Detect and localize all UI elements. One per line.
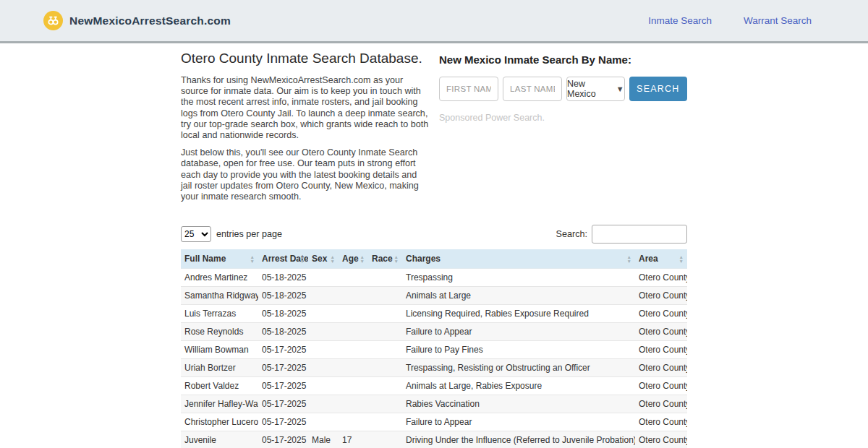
column-header-label: Full Name	[184, 254, 226, 264]
charges-cell: Rabies Vaccination	[402, 395, 635, 413]
area-cell: Otero County	[635, 377, 687, 395]
name-search-form: New Mexico ▼ SEARCH	[439, 77, 687, 101]
full-name-cell: William Bowman	[181, 341, 258, 359]
inmates-table: Full Name▲▼Arrest Date▲▼Sex▲▼Age▲▼Race▲▼…	[181, 249, 687, 448]
charges-cell: Trespassing	[402, 269, 635, 287]
column-header-age[interactable]: Age▲▼	[339, 249, 368, 269]
age-cell	[339, 269, 368, 287]
race-cell	[368, 431, 402, 448]
arrest-date-cell: 05-18-2025	[258, 287, 308, 305]
sex-cell	[308, 413, 339, 431]
full-name-cell: Christopher Lucero	[181, 413, 258, 431]
table-row: Samantha Ridgway05-18-2025Animals at Lar…	[181, 287, 687, 305]
charges-cell: Failure to Pay Fines	[402, 341, 635, 359]
sort-icon[interactable]: ▲▼	[250, 255, 255, 263]
charges-cell: Licensing Required, Rabies Exposure Requ…	[402, 305, 635, 323]
column-header-area[interactable]: Area▲▼	[635, 249, 687, 269]
site-header: NewMexicoArrestSearch.com Inmate Search …	[0, 0, 868, 43]
area-cell: Otero County	[635, 305, 687, 323]
sort-icon[interactable]: ▲▼	[394, 255, 399, 263]
search-button[interactable]: SEARCH	[629, 77, 687, 101]
state-dropdown-value: New Mexico	[567, 79, 612, 99]
arrest-date-cell: 05-17-2025	[258, 359, 308, 377]
race-cell	[368, 377, 402, 395]
full-name-cell: Rose Reynolds	[181, 323, 258, 341]
sort-icon[interactable]: ▲▼	[300, 255, 305, 263]
last-name-input[interactable]	[503, 77, 562, 101]
entries-per-page-select[interactable]: 25	[181, 226, 211, 242]
age-cell	[339, 305, 368, 323]
age-cell	[339, 359, 368, 377]
sex-cell	[308, 395, 339, 413]
area-cell: Otero County	[635, 359, 687, 377]
brand-name: NewMexicoArrestSearch.com	[69, 14, 231, 27]
table-row: Rose Reynolds05-18-2025Failure to Appear…	[181, 323, 687, 341]
arrest-date-cell: 05-17-2025	[258, 341, 308, 359]
race-cell	[368, 269, 402, 287]
table-search-input[interactable]	[592, 225, 687, 244]
sex-cell	[308, 305, 339, 323]
area-cell: Otero County	[635, 431, 687, 448]
sex-cell	[308, 269, 339, 287]
sort-icon[interactable]: ▲▼	[679, 255, 684, 263]
column-header-race[interactable]: Race▲▼	[368, 249, 402, 269]
brand[interactable]: NewMexicoArrestSearch.com	[43, 11, 231, 30]
search-panel-title: New Mexico Inmate Search By Name:	[439, 53, 687, 66]
first-name-input[interactable]	[439, 77, 498, 101]
sex-cell	[308, 377, 339, 395]
sort-icon[interactable]: ▲▼	[627, 255, 631, 263]
intro-column: Otero County Inmate Search Database. Tha…	[181, 48, 429, 209]
age-cell	[339, 395, 368, 413]
arrest-date-cell: 05-18-2025	[258, 305, 308, 323]
column-header-label: Charges	[406, 254, 441, 264]
nav-warrant-search[interactable]: Warrant Search	[744, 15, 812, 26]
table-header-row: Full Name▲▼Arrest Date▲▼Sex▲▼Age▲▼Race▲▼…	[181, 249, 687, 269]
table-row: Christopher Lucero05-17-2025Failure to A…	[181, 413, 687, 431]
table-row: Andres Martinez05-18-2025TrespassingOter…	[181, 269, 687, 287]
arrest-date-cell: 05-17-2025	[258, 377, 308, 395]
table-row: Jennifer Hafley-Walker05-17-2025Rabies V…	[181, 395, 687, 413]
charges-cell: Trespassing, Resisting or Obstructing an…	[402, 359, 635, 377]
area-cell: Otero County	[635, 395, 687, 413]
column-header-full-name[interactable]: Full Name▲▼	[181, 249, 258, 269]
charges-cell: Animals at Large, Rabies Exposure	[402, 377, 635, 395]
age-cell	[339, 413, 368, 431]
age-cell	[339, 341, 368, 359]
sponsored-note: Sponsored Power Search.	[439, 113, 687, 123]
sort-icon[interactable]: ▲▼	[360, 255, 365, 263]
charges-cell: Failure to Appear	[402, 323, 635, 341]
area-cell: Otero County	[635, 323, 687, 341]
full-name-cell: Uriah Bortzer	[181, 359, 258, 377]
column-header-charges[interactable]: Charges▲▼	[402, 249, 635, 269]
column-header-label: Race	[372, 254, 393, 264]
sort-icon[interactable]: ▲▼	[331, 255, 335, 263]
table-row: Robert Valdez05-17-2025Animals at Large,…	[181, 377, 687, 395]
state-dropdown[interactable]: New Mexico ▼	[566, 77, 625, 101]
full-name-cell: Luis Terrazas	[181, 305, 258, 323]
age-cell	[339, 377, 368, 395]
table-row: Juvenile05-17-2025Male17Driving Under th…	[181, 431, 687, 448]
column-header-sex[interactable]: Sex▲▼	[308, 249, 339, 269]
nav-inmate-search[interactable]: Inmate Search	[648, 15, 712, 26]
race-cell	[368, 359, 402, 377]
main-nav: Inmate Search Warrant Search	[648, 15, 812, 26]
sex-cell	[308, 359, 339, 377]
table-body: Andres Martinez05-18-2025TrespassingOter…	[181, 269, 687, 448]
main-content: Otero County Inmate Search Database. Tha…	[181, 48, 687, 448]
table-row: William Bowman05-17-2025Failure to Pay F…	[181, 341, 687, 359]
arrest-date-cell: 05-18-2025	[258, 323, 308, 341]
table-row: Luis Terrazas05-18-2025Licensing Require…	[181, 305, 687, 323]
charges-cell: Failure to Appear	[402, 413, 635, 431]
area-cell: Otero County	[635, 269, 687, 287]
full-name-cell: Robert Valdez	[181, 377, 258, 395]
intro-paragraph-1: Thanks for using NewMexicoArrestSearch.c…	[181, 75, 429, 141]
full-name-cell: Jennifer Hafley-Walker	[181, 395, 258, 413]
area-cell: Otero County	[635, 287, 687, 305]
race-cell	[368, 323, 402, 341]
column-header-label: Age	[342, 254, 359, 264]
sex-cell	[308, 287, 339, 305]
charges-cell: Driving Under the Influence (Referred to…	[402, 431, 635, 448]
page-title: Otero County Inmate Search Database.	[181, 51, 429, 66]
column-header-arrest-date[interactable]: Arrest Date▲▼	[258, 249, 308, 269]
race-cell	[368, 395, 402, 413]
